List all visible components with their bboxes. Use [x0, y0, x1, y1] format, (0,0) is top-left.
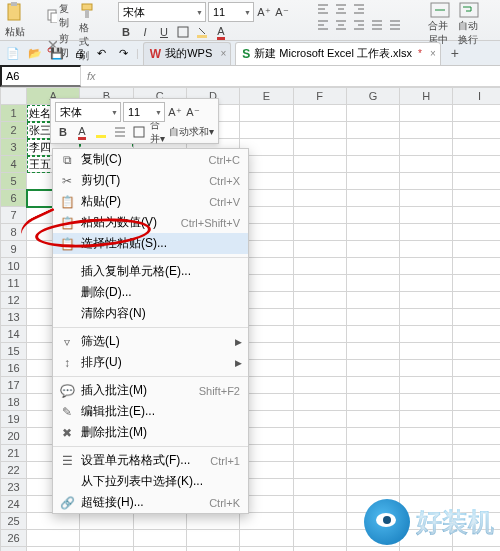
cell[interactable]	[293, 377, 346, 394]
cell[interactable]	[400, 309, 453, 326]
cell[interactable]	[293, 445, 346, 462]
mini-shrink-font[interactable]: A⁻	[185, 104, 201, 120]
align-top-icon[interactable]	[315, 2, 331, 16]
cell[interactable]	[346, 224, 399, 241]
cell[interactable]	[293, 496, 346, 513]
cell[interactable]	[453, 122, 500, 139]
new-tab-button[interactable]: +	[445, 45, 465, 61]
font-size-select[interactable]: 11	[208, 2, 254, 22]
mini-align[interactable]	[112, 124, 128, 140]
row-header[interactable]: 27	[1, 547, 27, 552]
cell[interactable]	[80, 513, 133, 530]
open-file-icon[interactable]: 📂	[26, 44, 44, 62]
row-header[interactable]: 2	[1, 122, 27, 139]
cell[interactable]	[293, 343, 346, 360]
cell[interactable]	[293, 479, 346, 496]
cell[interactable]	[133, 530, 186, 547]
name-box[interactable]	[0, 65, 81, 87]
cell[interactable]	[240, 122, 293, 139]
cell[interactable]	[453, 105, 500, 122]
cell[interactable]	[346, 241, 399, 258]
menu-item[interactable]: 清除内容(N)	[53, 303, 248, 324]
cell[interactable]	[400, 173, 453, 190]
cell[interactable]	[400, 156, 453, 173]
cell[interactable]	[293, 360, 346, 377]
row-header[interactable]: 25	[1, 513, 27, 530]
cell[interactable]	[453, 241, 500, 258]
paste-button[interactable]: 粘贴	[4, 2, 26, 39]
row-header[interactable]: 22	[1, 462, 27, 479]
row-header[interactable]: 9	[1, 241, 27, 258]
cell[interactable]	[346, 411, 399, 428]
cell[interactable]	[27, 547, 80, 552]
align-right-icon[interactable]	[351, 18, 367, 32]
align-mid-icon[interactable]	[333, 2, 349, 16]
menu-item[interactable]: ✎编辑批注(E)...	[53, 401, 248, 422]
mini-merge[interactable]: 合并▾	[150, 124, 166, 140]
cell[interactable]	[346, 360, 399, 377]
align-center-icon[interactable]	[333, 18, 349, 32]
cell[interactable]	[400, 190, 453, 207]
cell[interactable]	[346, 462, 399, 479]
row-header[interactable]: 23	[1, 479, 27, 496]
row-header[interactable]: 11	[1, 275, 27, 292]
cell[interactable]	[453, 224, 500, 241]
cell[interactable]	[400, 258, 453, 275]
cell[interactable]	[400, 292, 453, 309]
mini-font-color[interactable]: A	[74, 124, 90, 140]
cell[interactable]	[293, 105, 346, 122]
row-header[interactable]: 18	[1, 394, 27, 411]
cell[interactable]	[186, 530, 239, 547]
cell[interactable]	[80, 530, 133, 547]
col-header[interactable]: E	[240, 88, 293, 105]
cell[interactable]	[453, 479, 500, 496]
cell[interactable]	[453, 394, 500, 411]
cell[interactable]	[453, 411, 500, 428]
cell[interactable]	[27, 513, 80, 530]
new-file-icon[interactable]: 📄	[4, 44, 22, 62]
cell[interactable]	[453, 173, 500, 190]
fx-button[interactable]: fx	[81, 70, 102, 82]
cell[interactable]	[453, 190, 500, 207]
underline-button[interactable]: U	[156, 24, 172, 40]
cell[interactable]	[346, 190, 399, 207]
cell[interactable]	[293, 122, 346, 139]
menu-item[interactable]: ✂剪切(T)Ctrl+X	[53, 170, 248, 191]
cell[interactable]	[400, 547, 453, 552]
shrink-font-icon[interactable]: A⁻	[274, 4, 290, 20]
cell[interactable]	[346, 343, 399, 360]
menu-item[interactable]: 💬插入批注(M)Shift+F2	[53, 380, 248, 401]
menu-item[interactable]: ▿筛选(L)▶	[53, 331, 248, 352]
italic-button[interactable]: I	[137, 24, 153, 40]
save-icon[interactable]: 💾	[48, 44, 66, 62]
cell[interactable]	[453, 377, 500, 394]
mini-font-name[interactable]: 宋体	[55, 102, 121, 122]
row-header[interactable]: 24	[1, 496, 27, 513]
cell[interactable]	[346, 173, 399, 190]
cell[interactable]	[293, 258, 346, 275]
cell[interactable]	[293, 411, 346, 428]
cell[interactable]	[453, 258, 500, 275]
cell[interactable]	[346, 547, 399, 552]
col-header[interactable]: F	[293, 88, 346, 105]
cell[interactable]	[453, 326, 500, 343]
align-bot-icon[interactable]	[351, 2, 367, 16]
mini-fill-color[interactable]	[93, 124, 109, 140]
cell[interactable]	[293, 428, 346, 445]
cell[interactable]	[346, 326, 399, 343]
mini-grow-font[interactable]: A⁺	[167, 104, 183, 120]
cell[interactable]	[400, 377, 453, 394]
cell[interactable]	[133, 513, 186, 530]
cell[interactable]	[400, 139, 453, 156]
cell[interactable]	[293, 224, 346, 241]
col-header[interactable]: I	[453, 88, 500, 105]
row-header[interactable]: 15	[1, 343, 27, 360]
cell[interactable]	[400, 428, 453, 445]
menu-item[interactable]: 🔗超链接(H)...Ctrl+K	[53, 492, 248, 513]
cell[interactable]	[346, 428, 399, 445]
cell[interactable]	[453, 360, 500, 377]
cell[interactable]	[240, 105, 293, 122]
row-header[interactable]: 12	[1, 292, 27, 309]
cell[interactable]	[346, 258, 399, 275]
cell[interactable]	[293, 275, 346, 292]
